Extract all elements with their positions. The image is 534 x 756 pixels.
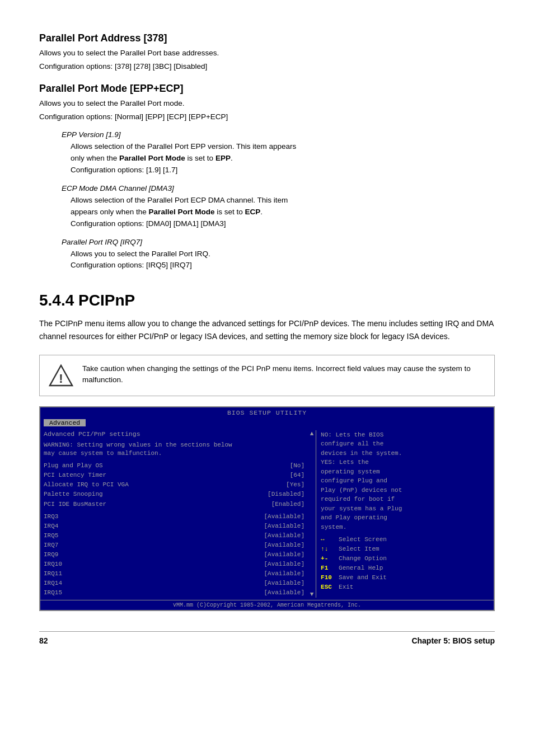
bios-key: ESC bbox=[321, 583, 336, 592]
bios-warning: WARNING: Setting wrong values in the sec… bbox=[44, 441, 305, 458]
bios-key: +- bbox=[321, 554, 336, 564]
bios-title: BIOS SETUP UTILITY bbox=[227, 409, 307, 416]
bios-irq-value: [Available] bbox=[264, 522, 305, 531]
bios-irq-label: IRQ10 bbox=[44, 560, 133, 569]
bios-row-value: [Enabled] bbox=[271, 500, 305, 509]
bios-warning-line1: WARNING: Setting wrong values in the sec… bbox=[44, 441, 305, 449]
bios-tab-bar: Advanced bbox=[40, 418, 494, 428]
bios-tab-advanced[interactable]: Advanced bbox=[44, 419, 86, 426]
bios-key-desc: Select Screen bbox=[339, 535, 387, 544]
bios-help-line: your system has a Plug bbox=[321, 504, 490, 514]
bios-key: F1 bbox=[321, 564, 336, 573]
bios-irq-value: [Available] bbox=[264, 512, 305, 522]
ecp-mode-title: ECP Mode DMA Channel [DMA3] bbox=[62, 184, 495, 192]
epp-version-desc: Allows selection of the Parallel Port EP… bbox=[71, 141, 495, 176]
bios-row-label: PCI IDE BusMaster bbox=[44, 500, 133, 509]
parallel-port-address-desc2: Configuration options: [378] [278] [3BC]… bbox=[39, 61, 495, 72]
bios-body: Advanced PCI/PnP settings WARNING: Setti… bbox=[40, 428, 494, 600]
ecp-mode-subsection: ECP Mode DMA Channel [DMA3] Allows selec… bbox=[62, 184, 495, 230]
bios-irq-label: IRQ14 bbox=[44, 579, 133, 588]
bios-row-value: [Yes] bbox=[286, 480, 305, 490]
bios-irq-row: IRQ14[Available] bbox=[44, 579, 305, 588]
bios-help-line: required for boot if bbox=[321, 495, 490, 504]
parallel-port-address-desc1: Allows you to select the Parallel Port b… bbox=[39, 48, 495, 59]
bios-row-value: [No] bbox=[290, 461, 305, 471]
bios-key-desc: Exit bbox=[339, 583, 353, 592]
bios-key: F10 bbox=[321, 573, 336, 583]
bios-key-desc: Save and Exit bbox=[339, 573, 387, 583]
bios-irq-row: IRQ4[Available] bbox=[44, 522, 305, 531]
bios-setting-row: Plug and Play OS[No] bbox=[44, 461, 305, 471]
bios-help-line: and Play operating bbox=[321, 513, 490, 523]
bios-irq-row: IRQ10[Available] bbox=[44, 560, 305, 569]
bios-key-desc: General Help bbox=[339, 564, 383, 573]
pcipnp-title: 5.4.4 PCIPnP bbox=[39, 292, 495, 309]
bios-irq-label: IRQ4 bbox=[44, 522, 133, 531]
parallel-irq-subsection: Parallel Port IRQ [IRQ7] Allows you to s… bbox=[62, 238, 495, 272]
bios-help-line: Play (PnP) devices not bbox=[321, 486, 490, 495]
bios-irq-value: [Available] bbox=[264, 541, 305, 550]
bios-irq-label: IRQ9 bbox=[44, 550, 133, 560]
bios-irq-label: IRQ11 bbox=[44, 569, 133, 579]
bios-screen: BIOS SETUP UTILITY Advanced Advanced PCI… bbox=[39, 406, 495, 611]
epp-version-subsection: EPP Version [1.9] Allows selection of th… bbox=[62, 130, 495, 176]
bios-irq-row: IRQ5[Available] bbox=[44, 531, 305, 541]
bios-help-line: devices in the system. bbox=[321, 449, 490, 458]
bios-setting-row: PCI IDE BusMaster[Enabled] bbox=[44, 500, 305, 509]
parallel-irq-desc: Allows you to select the Parallel Port I… bbox=[71, 248, 495, 272]
bios-irq-value: [Available] bbox=[264, 531, 305, 541]
bios-title-bar: BIOS SETUP UTILITY bbox=[40, 407, 494, 418]
epp-version-title: EPP Version [1.9] bbox=[62, 130, 495, 139]
bios-scroll-up: ▲ bbox=[310, 430, 314, 437]
bios-key: ↑↓ bbox=[321, 544, 336, 554]
ecp-mode-desc: Allows selection of the Parallel Port EC… bbox=[71, 195, 495, 230]
bios-irq-value: [Available] bbox=[264, 560, 305, 569]
bios-setting-row: Palette Snooping[Disabled] bbox=[44, 490, 305, 499]
bios-footer: vMM.mm (C)Copyright 1985-2002, American … bbox=[40, 600, 494, 610]
bios-key-binding: F1General Help bbox=[321, 564, 490, 573]
bios-keys: ↔Select Screen↑↓Select Item+-Change Opti… bbox=[321, 535, 490, 592]
bios-irq-label: IRQ15 bbox=[44, 588, 133, 598]
caution-text: Take caution when changing the settings … bbox=[82, 363, 485, 387]
bios-irq-value: [Available] bbox=[264, 550, 305, 560]
bios-setting-row: PCI Latency Timer[64] bbox=[44, 471, 305, 480]
bios-irq-rows: IRQ3[Available]IRQ4[Available]IRQ5[Avail… bbox=[44, 512, 305, 598]
parallel-port-address-section: Parallel Port Address [378] Allows you t… bbox=[39, 32, 495, 73]
bios-row-value: [Disabled] bbox=[268, 490, 305, 499]
bios-key-desc: Select Item bbox=[339, 544, 380, 554]
bios-key-binding: F10Save and Exit bbox=[321, 573, 490, 583]
bios-irq-row: IRQ3[Available] bbox=[44, 512, 305, 522]
bios-help-line: configure all the bbox=[321, 439, 490, 449]
pcipnp-section: 5.4.4 PCIPnP The PCIPnP menu items allow… bbox=[39, 292, 495, 611]
bios-row-label: PCI Latency Timer bbox=[44, 471, 133, 480]
page-number: 82 bbox=[39, 636, 48, 645]
bios-key-binding: ESCExit bbox=[321, 583, 490, 592]
bios-settings-rows: Plug and Play OS[No]PCI Latency Timer[64… bbox=[44, 461, 305, 509]
bios-row-label: Plug and Play OS bbox=[44, 461, 133, 471]
bios-section-header: Advanced PCI/PnP settings bbox=[44, 430, 305, 438]
svg-text:!: ! bbox=[59, 372, 63, 386]
bios-key-binding: +-Change Option bbox=[321, 554, 490, 564]
bios-irq-value: [Available] bbox=[264, 569, 305, 579]
bios-help-line: system. bbox=[321, 523, 490, 532]
bios-right-col: NO: Lets the BIOSconfigure all thedevice… bbox=[316, 430, 490, 598]
parallel-port-mode-desc2: Configuration options: [Normal] [EPP] [E… bbox=[39, 111, 495, 123]
bios-left-col: Advanced PCI/PnP settings WARNING: Setti… bbox=[44, 430, 308, 598]
pcipnp-desc: The PCIPnP menu items allow you to chang… bbox=[39, 317, 495, 343]
bios-key-binding: ↔Select Screen bbox=[321, 535, 490, 544]
parallel-port-address-title: Parallel Port Address [378] bbox=[39, 32, 495, 44]
bios-row-value: [64] bbox=[290, 471, 305, 480]
parallel-port-mode-desc1: Allows you to select the Parallel Port m… bbox=[39, 98, 495, 109]
bios-scrollbar: ▲ ▼ bbox=[308, 430, 316, 598]
bios-row-label: Palette Snooping bbox=[44, 490, 133, 499]
bios-help-line: configure Plug and bbox=[321, 476, 490, 486]
bios-key-binding: ↑↓Select Item bbox=[321, 544, 490, 554]
bios-irq-row: IRQ9[Available] bbox=[44, 550, 305, 560]
bios-irq-label: IRQ5 bbox=[44, 531, 133, 541]
bios-key: ↔ bbox=[321, 535, 336, 544]
bios-irq-label: IRQ3 bbox=[44, 512, 133, 522]
bios-irq-row: IRQ15[Available] bbox=[44, 588, 305, 598]
bios-irq-row: IRQ11[Available] bbox=[44, 569, 305, 579]
bios-irq-value: [Available] bbox=[264, 588, 305, 598]
chapter-label: Chapter 5: BIOS setup bbox=[411, 636, 495, 645]
